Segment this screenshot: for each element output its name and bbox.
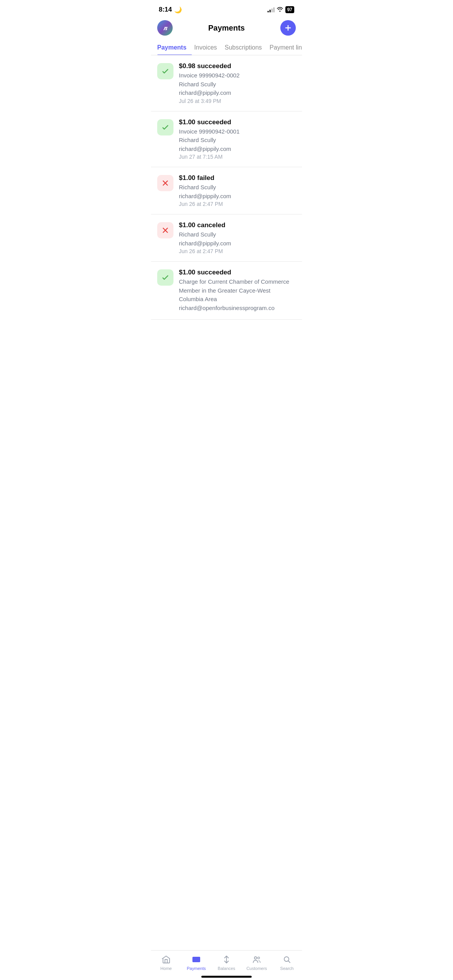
page-title: Payments: [208, 24, 245, 33]
payment-item[interactable]: $1.00 canceled Richard Scully richard@pi…: [151, 214, 302, 262]
success-icon: [157, 269, 173, 286]
payment-datetime: Jun 26 at 2:47 PM: [179, 201, 296, 207]
status-bar: 8:14 🌙 97: [151, 0, 302, 17]
payment-email: richard@pippily.com: [179, 89, 296, 98]
success-icon: [157, 119, 173, 135]
avatar[interactable]: 𝑛: [157, 20, 173, 36]
payment-amount: $1.00 canceled: [179, 221, 296, 229]
tab-subscriptions[interactable]: Subscriptions: [225, 40, 267, 55]
payment-details: $1.00 succeeded Charge for Current Chamb…: [179, 269, 296, 312]
battery-indicator: 97: [285, 6, 294, 13]
status-time: 8:14: [159, 6, 172, 14]
payment-details: $0.98 succeeded Invoice 99990942-0002 Ri…: [179, 62, 296, 104]
payment-amount: $1.00 succeeded: [179, 269, 296, 276]
canceled-icon: [157, 222, 173, 238]
wifi-icon: [277, 7, 283, 13]
failed-icon: [157, 175, 173, 191]
payment-name: Richard Scully: [179, 80, 296, 89]
payment-amount: $1.00 failed: [179, 174, 296, 182]
payment-item[interactable]: $1.00 succeeded Charge for Current Chamb…: [151, 262, 302, 320]
payment-email: richard@pippily.com: [179, 145, 296, 154]
tabs: Payments Invoices Subscriptions Payment …: [151, 40, 302, 55]
payment-list: $0.98 succeeded Invoice 99990942-0002 Ri…: [151, 55, 302, 358]
payment-name: Richard Scully: [179, 230, 296, 239]
tab-invoices[interactable]: Invoices: [194, 40, 223, 55]
payment-item[interactable]: $1.00 succeeded Invoice 99990942-0001 Ri…: [151, 111, 302, 168]
status-icons: 97: [268, 6, 294, 13]
payment-email: richard@openforbusinessprogram.co: [179, 304, 296, 313]
payment-email: richard@pippily.com: [179, 192, 296, 201]
success-icon: [157, 63, 173, 79]
payment-details: $1.00 canceled Richard Scully richard@pi…: [179, 221, 296, 254]
payment-datetime: Jun 27 at 7:15 AM: [179, 154, 296, 160]
payment-invoice: Invoice 99990942-0002: [179, 71, 296, 80]
payment-item[interactable]: $1.00 failed Richard Scully richard@pipp…: [151, 167, 302, 214]
payment-email: richard@pippily.com: [179, 239, 296, 248]
payment-name: Richard Scully: [179, 136, 296, 145]
moon-icon: 🌙: [174, 6, 182, 14]
payment-item[interactable]: $0.98 succeeded Invoice 99990942-0002 Ri…: [151, 55, 302, 111]
header: 𝑛 Payments: [151, 17, 302, 40]
tab-payments[interactable]: Payments: [157, 40, 192, 55]
payment-invoice: Charge for Current Chamber of Commerce M…: [179, 278, 296, 304]
tab-payment-links[interactable]: Payment links: [269, 40, 302, 55]
signal-icon: [268, 7, 275, 12]
payment-invoice: Invoice 99990942-0001: [179, 127, 296, 136]
payment-details: $1.00 failed Richard Scully richard@pipp…: [179, 174, 296, 207]
avatar-letter: 𝑛: [163, 24, 167, 32]
payment-amount: $0.98 succeeded: [179, 62, 296, 70]
payment-datetime: Jul 26 at 3:49 PM: [179, 98, 296, 104]
plus-icon: [284, 24, 292, 32]
payment-details: $1.00 succeeded Invoice 99990942-0001 Ri…: [179, 118, 296, 160]
payment-name: Richard Scully: [179, 183, 296, 192]
add-button[interactable]: [280, 20, 296, 36]
payment-amount: $1.00 succeeded: [179, 118, 296, 126]
payment-datetime: Jun 26 at 2:47 PM: [179, 248, 296, 254]
